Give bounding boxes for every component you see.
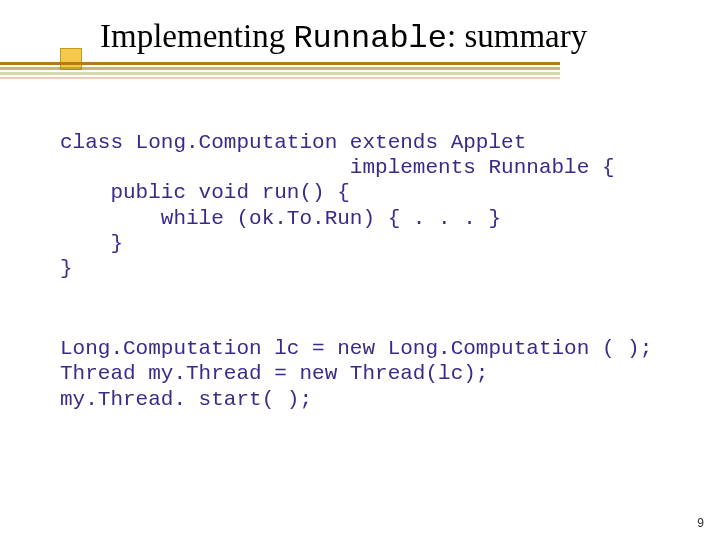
title-part2: : summary [447, 18, 587, 54]
code-block-1: class Long.Computation extends Applet im… [60, 130, 680, 281]
title-code: Runnable [293, 20, 447, 57]
page-number: 9 [697, 516, 704, 530]
content: class Long.Computation extends Applet im… [60, 130, 680, 412]
code-block-2: Long.Computation lc = new Long.Computati… [60, 336, 680, 412]
title-part1: Implementing [100, 18, 293, 54]
title-underline [0, 62, 720, 81]
title-area: Implementing Runnable: summary [100, 18, 690, 57]
page-title: Implementing Runnable: summary [100, 18, 587, 54]
